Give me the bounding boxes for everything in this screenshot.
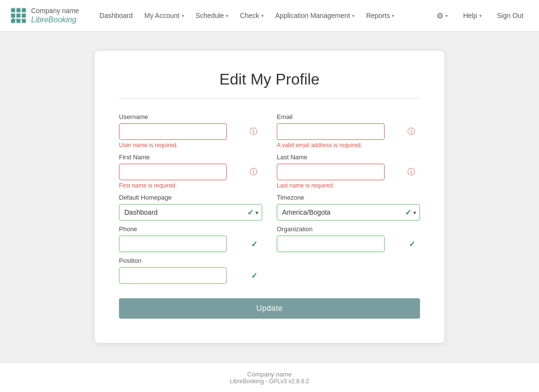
company-name-logo: Company name	[31, 7, 79, 15]
gear-icon: ⚙	[437, 11, 443, 20]
form-group-phone: Phone ✓	[119, 225, 262, 252]
form-row-position: Position ✓	[119, 257, 420, 284]
chevron-down-icon: ▾	[445, 13, 448, 18]
logo-icon: L	[10, 7, 27, 24]
form-row-names: First Name ⓘ First name is required. Las…	[119, 153, 420, 189]
nav-settings[interactable]: ⚙ ▾	[431, 7, 454, 24]
svg-rect-9	[22, 19, 26, 23]
last-name-error: Last name is required.	[277, 182, 420, 189]
first-name-error: First name is required.	[119, 182, 262, 189]
first-name-label: First Name	[119, 153, 262, 161]
email-label: Email	[277, 113, 420, 120]
organization-input-wrapper: ✓	[277, 236, 420, 252]
timezone-select-wrapper: America/Bogota ✓ ▾	[277, 204, 420, 221]
form-row-phone-org: Phone ✓ Organization ✓	[119, 225, 420, 252]
form-group-homepage: Default Homepage Dashboard ✓ ▾	[119, 194, 262, 221]
error-icon: ⓘ	[407, 127, 415, 137]
phone-input[interactable]	[119, 236, 227, 252]
username-error: User name is required.	[119, 142, 262, 149]
main-nav: Dashboard My Account ▾ Schedule ▾ Check …	[94, 7, 529, 24]
homepage-select-wrapper: Dashboard ✓ ▾	[119, 204, 262, 221]
form-group-first-name: First Name ⓘ First name is required.	[119, 153, 262, 189]
form-group-last-name: Last Name ⓘ Last name is required.	[277, 153, 420, 189]
last-name-input[interactable]	[277, 164, 385, 180]
phone-input-wrapper: ✓	[119, 236, 262, 252]
nav-application-management[interactable]: Application Management ▾	[270, 8, 360, 23]
app-name-logo: LibreBooking	[31, 15, 79, 24]
last-name-label: Last Name	[277, 153, 420, 161]
timezone-select[interactable]: America/Bogota	[277, 204, 420, 221]
svg-rect-8	[17, 19, 20, 23]
form-group-organization: Organization ✓	[277, 225, 420, 252]
chevron-down-icon: ▾	[226, 13, 228, 18]
chevron-down-icon: ▾	[392, 13, 394, 18]
error-icon: ⓘ	[250, 127, 257, 137]
nav-schedule[interactable]: Schedule ▾	[190, 8, 234, 23]
email-input-wrapper: ⓘ	[277, 123, 420, 140]
email-input[interactable]	[277, 123, 385, 140]
position-input[interactable]	[119, 267, 227, 284]
logo-text: Company name LibreBooking	[31, 7, 79, 24]
form-group-username: Username ⓘ User name is required.	[119, 113, 262, 149]
profile-form-card: Edit My Profile Username ⓘ User name is …	[95, 51, 444, 343]
footer: Company name LibreBooking - GPLv3 v2.8.6…	[0, 362, 539, 392]
svg-rect-6	[22, 14, 26, 17]
form-group-email: Email ⓘ A valid email address is require…	[277, 113, 420, 149]
last-name-input-wrapper: ⓘ	[277, 164, 420, 180]
footer-version: LibreBooking - GPLv3 v2.8.6.2	[8, 378, 531, 385]
svg-rect-2	[17, 8, 20, 12]
form-group-timezone: Timezone America/Bogota ✓ ▾	[277, 194, 420, 221]
form-row-username-email: Username ⓘ User name is required. Email …	[119, 113, 420, 149]
header: L Company name LibreBooking Dashboard My…	[0, 0, 539, 32]
organization-input[interactable]	[277, 236, 385, 252]
check-icon: ✓	[251, 239, 257, 249]
nav-my-account[interactable]: My Account ▾	[138, 8, 189, 23]
logo-link[interactable]: L Company name LibreBooking	[10, 7, 79, 24]
homepage-label: Default Homepage	[119, 194, 262, 201]
form-group-position: Position ✓	[119, 257, 262, 284]
svg-rect-1	[11, 8, 15, 12]
error-icon: ⓘ	[250, 167, 257, 177]
nav-check[interactable]: Check ▾	[234, 8, 270, 23]
nav-dashboard[interactable]: Dashboard	[94, 8, 139, 23]
svg-text:L: L	[12, 13, 17, 22]
form-row-homepage-timezone: Default Homepage Dashboard ✓ ▾ Timezone …	[119, 194, 420, 221]
check-icon: ✓	[251, 271, 257, 280]
username-label: Username	[119, 113, 262, 120]
chevron-down-icon: ▾	[479, 13, 482, 18]
update-button[interactable]: Update	[119, 298, 420, 319]
footer-company: Company name	[8, 371, 531, 378]
error-icon: ⓘ	[407, 167, 415, 177]
nav-right: ⚙ ▾ Help ▾ Sign Out	[431, 7, 529, 24]
position-label: Position	[119, 257, 262, 264]
check-icon: ✓	[409, 239, 415, 249]
phone-label: Phone	[119, 225, 262, 233]
nav-sign-out[interactable]: Sign Out	[491, 8, 529, 23]
organization-label: Organization	[277, 225, 420, 233]
position-input-wrapper: ✓	[119, 267, 262, 284]
email-error: A valid email address is required.	[277, 142, 420, 149]
chevron-down-icon: ▾	[261, 13, 264, 18]
chevron-down-icon: ▾	[182, 13, 184, 18]
username-input[interactable]	[119, 123, 227, 140]
svg-rect-3	[22, 8, 26, 12]
timezone-label: Timezone	[277, 194, 420, 201]
nav-help[interactable]: Help ▾	[457, 8, 488, 23]
main-content: Edit My Profile Username ⓘ User name is …	[0, 32, 539, 362]
chevron-down-icon: ▾	[352, 13, 354, 18]
first-name-input[interactable]	[119, 164, 227, 180]
homepage-select[interactable]: Dashboard	[119, 204, 262, 221]
first-name-input-wrapper: ⓘ	[119, 164, 262, 180]
nav-reports[interactable]: Reports ▾	[360, 8, 400, 23]
form-title: Edit My Profile	[119, 70, 420, 99]
svg-rect-5	[17, 14, 20, 17]
username-input-wrapper: ⓘ	[119, 123, 262, 140]
